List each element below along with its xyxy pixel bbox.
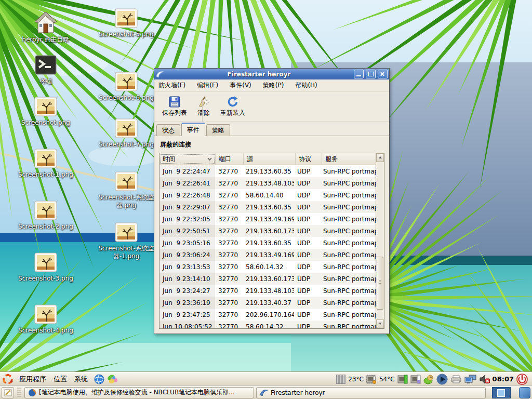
desktop-icon[interactable]: Screenshot-6.png (95, 72, 157, 102)
column-header-protocol[interactable]: 协议 (296, 153, 322, 165)
cell-port: 32770 (215, 240, 243, 247)
desktop-icon[interactable]: Screenshot-系统监器-1.png (95, 222, 157, 260)
menu-item[interactable]: 帮助(H) (295, 81, 317, 90)
menu-item[interactable]: 编辑(E) (197, 81, 218, 90)
event-row[interactable]: Jun 9 23:24:27 32770 219.133.48.103 UDP … (159, 285, 376, 297)
menu-item[interactable]: 事件(V) (230, 81, 251, 90)
event-row[interactable]: Jun 9 23:14:10 32770 219.133.60.173 UDP … (159, 273, 376, 285)
panel-drag-handle[interactable] (17, 388, 21, 398)
taskbar-window-button[interactable]: Firestarter heroyr (256, 387, 486, 398)
toolbar-button[interactable]: 清除 (193, 93, 215, 120)
cell-protocol: UDP (294, 204, 320, 211)
shutdown-button-icon[interactable] (516, 374, 528, 385)
cell-time: Jun 9 22:29:07 (159, 201, 215, 213)
panel-menu[interactable]: 位置 (50, 374, 71, 385)
column-header-source[interactable]: 源 (244, 153, 296, 165)
desktop-icon[interactable]: Screenshot.png (15, 97, 77, 127)
cell-port: 32770 (215, 275, 243, 283)
scrollbar-trough[interactable] (376, 162, 384, 320)
desktop-icon[interactable]: Screenshot-1.png (15, 149, 77, 179)
maximize-button[interactable] (366, 70, 376, 78)
scroll-up-button[interactable] (376, 153, 384, 162)
window-titlebar[interactable]: Firestarter heroyr (154, 69, 389, 79)
toolbar-button[interactable]: 重新装入 (216, 93, 250, 120)
desktop-icon[interactable]: 终端 (15, 55, 77, 85)
cpu-frequency-applet-icon[interactable] (336, 375, 345, 384)
chip-purple-meter-icon[interactable] (410, 375, 421, 384)
desktop-icon[interactable]: Screenshot-系统监器.png (95, 171, 157, 209)
cell-source: 219.133.48.103 (243, 287, 294, 295)
cell-port: 32770 (215, 323, 243, 329)
screenshot-thumbnail-icon (34, 252, 57, 272)
tab-strip: 状态事件策略 (154, 122, 389, 136)
notifier-applet-icon[interactable] (423, 374, 434, 384)
printer-applet-icon[interactable] (450, 375, 462, 383)
toolbar-buttons: 保存列表 (157, 93, 250, 120)
screenshot-thumbnail-icon (115, 72, 138, 91)
workspace-switcher-workspace-2[interactable] (519, 387, 530, 398)
ubuntu-logo-icon[interactable] (2, 374, 14, 385)
desktop-icon[interactable]: Screenshot-7.png (95, 118, 157, 149)
workspace-switcher-workspace-1[interactable] (492, 387, 511, 398)
desktop-icon[interactable]: Screenshot-2.png (15, 201, 77, 231)
event-row[interactable]: Jun 9 23:05:16 32770 219.133.60.35 UDP S… (159, 237, 376, 249)
network-monitor-icon[interactable] (464, 374, 477, 384)
event-row[interactable]: Jun 9 22:32:05 32770 219.133.49.169 UDP … (159, 213, 376, 225)
event-row[interactable]: Jun 9 23:36:19 32770 219.133.40.37 UDP S… (159, 297, 376, 309)
event-row[interactable]: Jun 9 23:06:24 32770 219.133.49.169 UDP … (159, 249, 376, 261)
desktop-icon[interactable]: Screenshot-5.png (95, 8, 157, 38)
event-row[interactable]: Jun 9 22:50:51 32770 219.133.60.173 UDP … (159, 225, 376, 237)
table-header-row: 时间 端口 源 协议 服务 (159, 153, 376, 165)
browser-launcher-icon[interactable] (94, 374, 105, 385)
menu-item[interactable]: 防火墙(F) (158, 81, 185, 90)
event-row[interactable]: Jun 9 22:29:07 32770 219.133.60.35 UDP S… (159, 201, 376, 213)
workspace-window-thumbnail (497, 389, 505, 397)
cell-port: 32770 (215, 168, 243, 175)
cell-protocol: UDP (294, 311, 320, 318)
event-row[interactable]: Jun 9 22:26:48 32770 58.60.14.40 UDP Sun… (159, 189, 376, 201)
player-applet-icon[interactable] (436, 374, 448, 385)
cell-time: Jun 9 23:24:27 (159, 285, 215, 297)
clock[interactable]: 08:07 (493, 375, 514, 383)
event-row[interactable]: Jun 9 23:47:25 32770 202.96.170.164 UDP … (159, 309, 376, 321)
cell-protocol: UDP (294, 192, 320, 199)
desktop-icon-label: heroyr 的主目录 (15, 36, 77, 44)
event-row[interactable]: Jun 9 22:24:47 32770 219.133.60.35 UDP S… (159, 165, 376, 177)
cell-source: 219.133.48.103 (243, 180, 294, 187)
scroll-down-button[interactable] (376, 320, 384, 328)
screenshot-thumbnail-icon (115, 118, 138, 138)
cell-source: 219.133.49.169 (243, 251, 294, 259)
toolbar-button[interactable]: 保存列表 (157, 93, 192, 120)
vertical-scrollbar[interactable] (376, 153, 384, 328)
desktop-icon[interactable]: Screenshot-3.png (15, 252, 77, 283)
event-row[interactable]: Jun 9 23:13:53 32770 58.60.14.32 UDP Sun… (159, 261, 376, 273)
tab[interactable]: 策略 (206, 124, 230, 136)
chip-thermometer-icon[interactable] (366, 375, 377, 384)
panel-menus: 应用程序位置系统 (16, 374, 91, 385)
volume-muted-icon[interactable] (480, 375, 490, 384)
tab[interactable]: 状态 (156, 124, 180, 136)
panel-menu[interactable]: 系统 (71, 374, 91, 385)
chip-green-meter-icon[interactable] (397, 375, 408, 384)
tab[interactable]: 事件 (181, 123, 205, 136)
cell-service: Sun-RPC portmap (320, 287, 376, 295)
toolbar-button-label: 重新装入 (220, 109, 245, 117)
panel-menu[interactable]: 应用程序 (16, 374, 50, 385)
desktop-icon[interactable]: heroyr 的主目录 (15, 11, 77, 44)
cell-time: Jun 9 22:50:51 (159, 225, 215, 237)
close-button[interactable] (378, 70, 388, 78)
desktop-icon-label: Screenshot-3.png (15, 275, 77, 283)
taskbar-window-button[interactable]: [笔记本电脑使用、维护及保修经验交流 - NBCLUB笔记本电脑俱乐部… (24, 387, 254, 398)
minimize-button[interactable] (354, 70, 364, 78)
column-header-time[interactable]: 时间 (159, 153, 216, 165)
desktop-icon[interactable]: Screenshot-4.png (15, 304, 77, 335)
event-row[interactable]: Jun 9 22:26:41 32770 219.133.48.103 UDP … (159, 177, 376, 189)
app-launcher-icon[interactable] (107, 374, 118, 385)
firestarter-icon (260, 389, 268, 397)
scrollbar-thumb[interactable] (377, 257, 383, 310)
column-header-port[interactable]: 端口 (216, 153, 244, 165)
column-header-service[interactable]: 服务 (322, 153, 376, 165)
show-desktop-button[interactable] (2, 387, 14, 398)
menu-item[interactable]: 策略(P) (263, 81, 284, 90)
event-row[interactable]: Jun 10 08:05:52 32770 58.60.14.32 UDP Su… (159, 321, 376, 328)
